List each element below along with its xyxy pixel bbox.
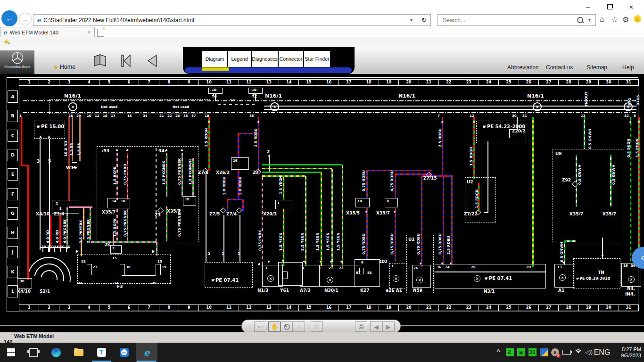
- mercedes-star-icon: [11, 52, 24, 64]
- add-favorite-icon[interactable]: ★: [3, 38, 9, 45]
- refresh-icon[interactable]: ↻: [421, 16, 427, 24]
- home-arrow-icon: ▶: [55, 65, 58, 70]
- zoom-button[interactable]: [281, 321, 293, 332]
- home-label: Home: [60, 64, 75, 70]
- tray-chevron-up[interactable]: ^: [493, 343, 504, 362]
- taskbar-app-icon[interactable]: T: [91, 343, 112, 362]
- browser-tab[interactable]: e Web ETM Model 140 ×: [0, 27, 95, 38]
- settings-gear-icon[interactable]: ⚙: [622, 15, 629, 24]
- tray-clock[interactable]: 5:27 PM 9/5/2023: [621, 343, 641, 362]
- close-button[interactable]: ×: [620, 0, 642, 13]
- diagram-toolbar: ↩ ✋ + ☉ ⎙ ◀ ▶: [241, 320, 401, 333]
- task-view-button[interactable]: [23, 343, 44, 362]
- address-bar[interactable]: e C:\StarFinder 2022 New Full\140\etm\we…: [33, 14, 431, 26]
- back-button[interactable]: ←: [1, 10, 17, 26]
- tray-battery-icon[interactable]: [561, 343, 572, 362]
- tray-wifi-icon[interactable]: [573, 343, 584, 362]
- header-link-help[interactable]: Help: [622, 64, 634, 71]
- search-input[interactable]: Search... ▼: [438, 14, 596, 26]
- taskbar-ie-icon-active[interactable]: e: [136, 343, 157, 362]
- page-back-button[interactable]: ◀: [370, 321, 382, 332]
- status-text-line1: Web ETM Model: [14, 333, 54, 339]
- header-link-abbreviation[interactable]: Abbreviation: [507, 64, 539, 71]
- tray-green-app-icon[interactable]: Ƨ: [504, 343, 515, 362]
- tray-date: 9/5/2023: [621, 353, 641, 358]
- status-text-line2: 140: [4, 339, 12, 343]
- book-icon[interactable]: [91, 53, 108, 69]
- tray-volume-icon[interactable]: ◁)): [584, 343, 594, 362]
- tray-language[interactable]: ENG: [595, 343, 609, 362]
- favorites-star-icon[interactable]: ☆: [611, 15, 618, 24]
- app-tab-legend[interactable]: Legend: [228, 50, 251, 67]
- taskbar-teamviewer-icon[interactable]: ↔: [113, 343, 135, 362]
- new-tab-button[interactable]: [97, 29, 104, 37]
- home-link[interactable]: ▶ Home: [55, 64, 75, 70]
- window-titlebar: – ×: [0, 0, 644, 13]
- restore-button[interactable]: [599, 0, 620, 13]
- active-tab-indicator: [202, 67, 229, 71]
- mercedes-logo: Mercedes-Benz: [0, 50, 34, 74]
- brand-name: Mercedes-Benz: [4, 65, 30, 69]
- tray-green-lock-icon[interactable]: ▣: [516, 343, 526, 362]
- feedback-smiley-icon[interactable]: ☺: [634, 15, 641, 23]
- tab-close-icon[interactable]: ×: [87, 29, 91, 36]
- back-arrow-icon[interactable]: [144, 53, 160, 69]
- tab-strip: e Web ETM Model 140 ×: [0, 27, 644, 37]
- app-tab-connector[interactable]: Connector: [278, 50, 304, 67]
- tray-antivirus-icon[interactable]: ᴥ: [550, 343, 560, 362]
- print-button[interactable]: ⎙: [355, 321, 367, 332]
- search-placeholder: Search...: [443, 17, 465, 24]
- skip-to-start-icon[interactable]: [118, 53, 134, 69]
- taskbar: T ↔ e ^ Ƨ ▣ 31 ᴥ ◁)) ENG 5:27 PM 9/5/202…: [0, 343, 644, 362]
- page-forward-button[interactable]: ▶: [382, 321, 395, 332]
- app-header: Mercedes-Benz ▶ Home AbbreviationContact…: [0, 47, 644, 75]
- header-link-sitemap[interactable]: Sitemap: [586, 64, 607, 71]
- screen: – × ← → e C:\StarFinder 2022 New Full\14…: [0, 0, 644, 362]
- lamp-button[interactable]: ☉: [311, 321, 323, 332]
- tray-vmware-icon[interactable]: [538, 343, 549, 362]
- pan-hand-button[interactable]: ✋: [268, 321, 281, 332]
- app-tab-star-finder[interactable]: Star Finder: [304, 50, 330, 67]
- crosshair-button[interactable]: +: [293, 321, 305, 332]
- ie-icon: e: [37, 16, 41, 24]
- diagram-canvas[interactable]: [0, 74, 644, 332]
- forward-button[interactable]: →: [19, 13, 32, 25]
- address-url: C:\StarFinder 2022 New Full\140\etm\webe…: [43, 17, 194, 24]
- chevron-down-icon[interactable]: ▼: [409, 18, 413, 23]
- favorites-bar: ★: [0, 37, 644, 48]
- taskbar-file-explorer-icon[interactable]: [68, 343, 90, 362]
- app-tab-diagram[interactable]: Diagram: [202, 50, 228, 67]
- status-bar: Web ETM Model 140: [0, 332, 644, 343]
- chevron-down-icon[interactable]: ▼: [587, 18, 592, 23]
- header-link-contact-us[interactable]: Contact us: [546, 64, 573, 71]
- minimize-button[interactable]: –: [577, 0, 599, 13]
- taskbar-edge-icon[interactable]: [45, 343, 67, 362]
- home-icon[interactable]: ⌂: [600, 15, 604, 24]
- tray-calendar-icon[interactable]: 31: [527, 343, 537, 362]
- tab-title: Web ETM Model 140: [10, 30, 58, 35]
- rotate-left-button[interactable]: ↩: [254, 321, 266, 332]
- search-icon[interactable]: [577, 17, 583, 23]
- start-button[interactable]: [0, 343, 22, 362]
- app-tab-diagnostics[interactable]: Diagnostics: [251, 50, 278, 67]
- tray-time: 5:27 PM: [621, 346, 641, 352]
- ie-favicon: e: [3, 29, 7, 36]
